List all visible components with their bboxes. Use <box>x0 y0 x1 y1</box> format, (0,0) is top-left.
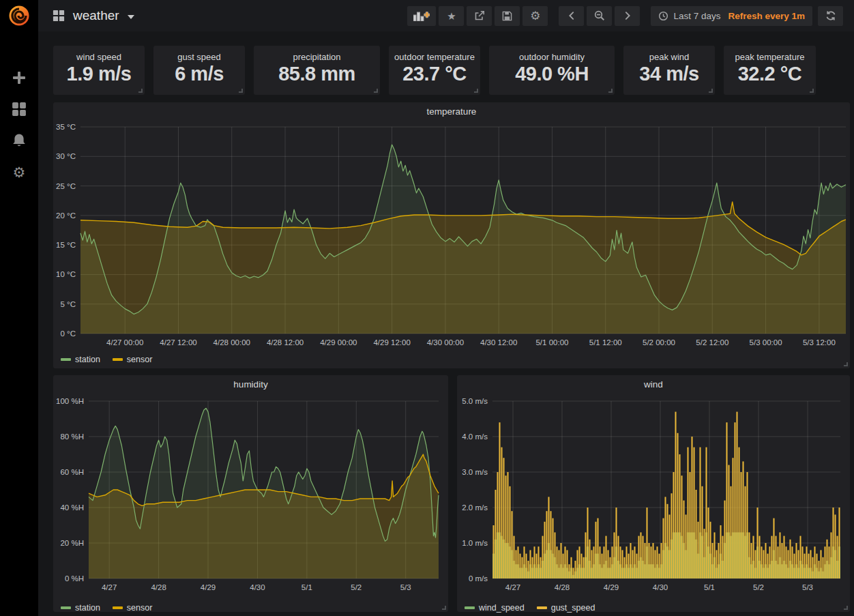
bar-gust_speed <box>748 532 750 578</box>
alerting-bell-icon[interactable] <box>11 132 27 149</box>
bar-gust_speed <box>499 422 500 578</box>
y-tick-label: 5.0 m/s <box>462 397 488 405</box>
bar-gust_speed <box>804 554 805 578</box>
sidebar: ⚙ <box>0 0 38 616</box>
bar-gust_speed <box>538 546 539 578</box>
bar-gust_speed <box>509 486 510 578</box>
bar-gust_speed <box>705 448 707 578</box>
bar-gust_speed <box>820 550 821 578</box>
create-plus-icon[interactable] <box>11 70 27 86</box>
panel-title[interactable]: wind speed <box>53 46 145 62</box>
time-back-button[interactable] <box>559 6 584 26</box>
legend-item-wind_speed[interactable]: wind_speed <box>465 603 525 613</box>
panel-title[interactable]: outdoor temperature <box>389 46 480 62</box>
save-button[interactable] <box>495 6 520 26</box>
stat-value: 85.8 mm <box>254 63 380 85</box>
y-tick-label: 4.0 m/s <box>462 432 488 441</box>
panel-title[interactable]: gust speed <box>153 46 245 62</box>
legend-item-station[interactable]: station <box>61 603 100 613</box>
time-forward-button[interactable] <box>615 6 640 26</box>
x-tick-label: 4/27 <box>505 583 520 591</box>
dashboard-settings-button[interactable]: ⚙ <box>522 6 548 26</box>
bar-gust_speed <box>806 546 807 578</box>
bar-gust_speed <box>527 561 529 578</box>
bar-gust_speed <box>507 472 508 578</box>
bar-gust_speed <box>595 522 596 578</box>
clock-icon <box>658 11 668 21</box>
bar-gust_speed <box>642 536 643 578</box>
bar-gust_speed <box>783 536 784 578</box>
panel-resize-handle[interactable] <box>810 89 814 93</box>
panel-title[interactable]: wind <box>457 375 850 393</box>
grafana-logo-icon <box>7 3 31 28</box>
temperature-chart-canvas[interactable]: 0 °C5 °C10 °C15 °C20 °C25 °C30 °C35 °C4/… <box>53 120 850 352</box>
share-icon <box>474 10 485 21</box>
share-button[interactable] <box>467 6 492 26</box>
bar-gust_speed <box>689 472 690 578</box>
y-tick-label: 25 °C <box>56 182 76 190</box>
bar-gust_speed <box>644 543 645 578</box>
legend-swatch-station <box>61 358 71 361</box>
bar-gust_speed <box>495 490 496 578</box>
dashboard-title-button[interactable]: weather <box>53 8 134 23</box>
bar-gust_speed <box>767 554 768 578</box>
chevron-right-icon <box>623 10 632 21</box>
legend-item-station[interactable]: station <box>61 355 100 364</box>
y-tick-label: 60 %H <box>60 468 84 476</box>
panel-resize-handle[interactable] <box>442 606 446 610</box>
humidity-chart-canvas[interactable]: 0 %H20 %H40 %H60 %H80 %H100 %H4/274/284/… <box>53 393 448 600</box>
bar-gust_speed <box>838 508 840 578</box>
panel-resize-handle[interactable] <box>608 89 613 93</box>
add-panel-button[interactable] <box>407 6 436 26</box>
bar-gust_speed <box>585 532 586 578</box>
bar-gust_speed <box>531 557 533 578</box>
configuration-gear-icon[interactable]: ⚙ <box>11 164 27 180</box>
panel-resize-handle[interactable] <box>474 89 478 93</box>
panel-title[interactable]: peak temperature <box>724 46 816 62</box>
time-picker-button[interactable]: Last 7 days Refresh every 1m <box>651 6 812 26</box>
legend-item-sensor[interactable]: sensor <box>113 603 153 613</box>
wind-chart-canvas[interactable]: 0 m/s1.0 m/s2.0 m/s3.0 m/s4.0 m/s5.0 m/s… <box>457 393 850 600</box>
refresh-button[interactable] <box>818 6 843 26</box>
zoom-out-button[interactable] <box>587 6 612 26</box>
bar-gust_speed <box>673 472 674 578</box>
panel-resize-handle[interactable] <box>138 89 143 93</box>
x-tick-label: 4/30 <box>653 583 668 591</box>
y-tick-label: 2.0 m/s <box>462 503 488 512</box>
panel-resize-handle[interactable] <box>844 362 848 366</box>
bar-gust_speed <box>814 546 815 578</box>
panel-title[interactable]: peak wind <box>623 46 715 62</box>
panel-resize-handle[interactable] <box>844 606 848 610</box>
bar-gust_speed <box>525 554 527 578</box>
bar-gust_speed <box>693 448 694 578</box>
panel-resize-handle[interactable] <box>239 89 243 93</box>
bar-gust_speed <box>791 546 793 578</box>
legend-swatch-wind_speed <box>465 606 475 609</box>
bar-gust_speed <box>789 540 791 578</box>
temperature-svg: 0 °C5 °C10 °C15 °C20 °C25 °C30 °C35 °C4/… <box>53 120 850 349</box>
legend-item-gust_speed[interactable]: gust_speed <box>537 603 595 613</box>
star-button[interactable]: ★ <box>439 6 464 26</box>
stats-row: wind speed 1.9 m/s gust speed 6 m/s prec… <box>53 46 850 95</box>
refresh-icon <box>825 10 836 21</box>
grafana-logo[interactable] <box>0 0 38 31</box>
y-tick-label: 20 °C <box>56 211 76 220</box>
panel-title[interactable]: temperature <box>53 102 850 120</box>
bar-gust_speed <box>728 465 729 578</box>
bar-gust_speed <box>679 454 680 578</box>
panel-resize-handle[interactable] <box>374 89 378 93</box>
bar-gust_speed <box>697 522 698 578</box>
panel-title[interactable]: outdoor humidity <box>489 46 615 62</box>
bar-gust_speed <box>785 546 786 578</box>
bar-gust_speed <box>781 543 782 578</box>
stat-panel-peak-temperature: peak temperature 32.2 °C <box>724 46 816 95</box>
legend-item-sensor[interactable]: sensor <box>113 355 153 364</box>
dashboards-grid-icon[interactable] <box>11 101 27 117</box>
x-tick-label: 4/29 <box>201 583 216 591</box>
header-toolbar: ★ ⚙ <box>404 6 843 26</box>
panel-resize-handle[interactable] <box>709 89 713 93</box>
temperature-legend: stationsensor <box>53 352 850 367</box>
panel-title[interactable]: humidity <box>53 375 448 393</box>
bar-gust_speed <box>636 554 637 578</box>
panel-title[interactable]: precipitation <box>254 46 380 62</box>
